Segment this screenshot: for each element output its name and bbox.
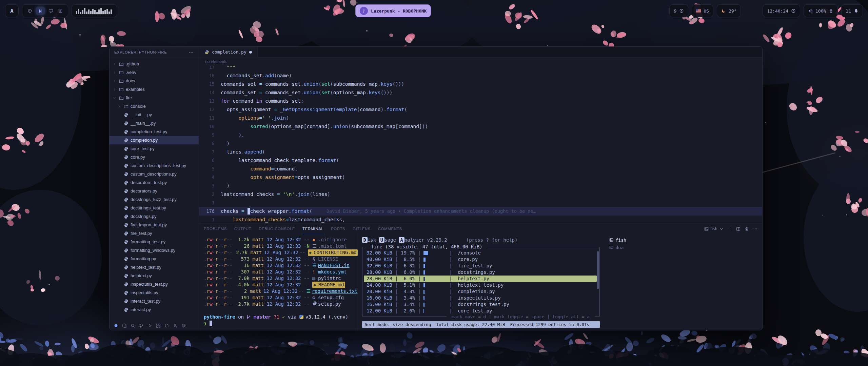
plus-icon[interactable] (728, 227, 732, 231)
file-name[interactable]: pylintrc (318, 275, 341, 282)
extensions-icon[interactable] (156, 323, 161, 328)
panel-tab-ports[interactable]: PORTS (331, 224, 345, 234)
panel-tab-debug-console[interactable]: DEBUG CONSOLE (259, 224, 295, 234)
remote-indicator[interactable] (114, 323, 118, 328)
file-name[interactable]: .gitignore (318, 237, 347, 243)
tree-item-docstrings-test-py[interactable]: docstrings_test.py (110, 204, 199, 212)
tree-item-decorators-test-py[interactable]: decorators_test.py (110, 178, 199, 187)
tree-item-core-py[interactable]: core.py (110, 153, 199, 161)
dua-entry-completion-py[interactable]: 20.00 KiB| 4.3%|| completion.py (364, 288, 597, 295)
tree-item-formatting-test-py[interactable]: formatting_test.py (110, 238, 199, 246)
separator: | (415, 308, 423, 314)
file-name[interactable]: setup.py (318, 301, 341, 307)
panel-tab-problems[interactable]: PROBLEMS (204, 224, 227, 234)
file-type-icon: ☰ (312, 262, 318, 269)
more-icon[interactable] (753, 227, 757, 231)
trash-icon[interactable] (745, 227, 749, 231)
tree-item-fire-test-py[interactable]: fire_test.py (110, 229, 199, 238)
tree-item-helptext-test-py[interactable]: helptext_test.py (110, 263, 199, 271)
dua-entry-docstrings-py[interactable]: 28.00 KiB| 6.0%|| docstrings.py (364, 269, 597, 276)
weather-pill[interactable]: 29° (717, 4, 741, 17)
split-icon[interactable] (736, 227, 741, 231)
source-control-icon[interactable] (139, 323, 144, 328)
workspace-active-badge[interactable]: N (36, 7, 45, 15)
dua-entry-console[interactable]: 92.00 KiB|19.7%|| /console (364, 250, 597, 256)
tree-item-docstrings-fuzz-test-py[interactable]: docstrings_fuzz_test.py (110, 195, 199, 204)
clock-pill[interactable]: 12:40:24 (763, 4, 800, 17)
terminal-list-item-dua[interactable]: dua (607, 244, 761, 251)
tree-item-fire-import-test-py[interactable]: fire_import_test.py (110, 221, 199, 229)
tab-completion-py[interactable]: completion.py (199, 47, 258, 57)
now-playing-pill[interactable]: ♪ Lazerpunk - ROBOPHONK (355, 4, 431, 17)
tree-item-fire[interactable]: fire (110, 94, 199, 102)
volume-pill[interactable]: 100% (804, 4, 838, 17)
tree-item-main-py[interactable]: __main__.py (110, 119, 199, 127)
debug-icon[interactable] (147, 323, 152, 328)
terminal-list-item-fish[interactable]: fish (607, 236, 761, 244)
tree-item-docs[interactable]: docs (110, 77, 199, 85)
tree-item-custom-descriptions-py[interactable]: custom_descriptions.py (110, 170, 199, 178)
dua-entry-helptext-py[interactable]: 28.00 KiB| 6.0%|| helptext.py (364, 276, 597, 282)
tree-item-init-py[interactable]: __init__.py (110, 110, 199, 119)
dua-entry-size: 20.00 KiB (364, 288, 392, 295)
prompt-input-line[interactable]: ❯ (204, 320, 358, 327)
updates-pill[interactable]: 9 (669, 4, 688, 17)
file-name[interactable]: setup.cfg (318, 294, 344, 301)
tree-item-console[interactable]: console (110, 102, 199, 110)
tree-item-interact-test-py[interactable]: interact_test.py (110, 297, 199, 305)
settings-gear-icon[interactable] (181, 323, 186, 328)
record-icon[interactable] (26, 8, 33, 13)
panel-tab-comments[interactable]: COMMENTS (378, 224, 402, 234)
tree-item-examples[interactable]: examples (110, 85, 199, 94)
dua-scrollbar[interactable] (597, 251, 599, 289)
dua-pane[interactable]: Disk Usage Analyzer v2.29.2 (press ? for… (358, 234, 603, 330)
shell-selector[interactable]: fish (704, 226, 724, 231)
file-name[interactable]: mkdocs.yml (318, 269, 347, 275)
dua-entry-helptext-test-py[interactable]: 24.00 KiB| 5.1%|| helptext_test.py (364, 282, 597, 288)
tree-item-completion-py[interactable]: completion.py (110, 136, 199, 144)
dua-entry-core-py[interactable]: 40.00 KiB| 8.5%|| core.py (364, 256, 597, 263)
tree-item-github[interactable]: .github (110, 60, 199, 68)
panel-tab-output[interactable]: OUTPUT (234, 224, 251, 234)
tree-item-completion-test-py[interactable]: completion_test.py (110, 127, 199, 136)
tree-item-helptext-py[interactable]: helptext.py (110, 271, 199, 280)
tree-item-custom-descriptions-test-py[interactable]: custom_descriptions_test.py (110, 161, 199, 170)
code-text: commands_set = commands_set.union(set(su… (221, 82, 404, 87)
launcher-button[interactable]: A (5, 4, 19, 17)
tree-item-inspectutils-py[interactable]: inspectutils.py (110, 288, 199, 297)
tree-item-docstrings-py[interactable]: docstrings.py (110, 212, 199, 221)
tree-item-core-test-py[interactable]: core_test.py (110, 144, 199, 153)
dua-entry-inspectutils-py[interactable]: 16.00 KiB| 3.4%|| inspectutils.py (364, 295, 597, 301)
file-name[interactable]: .mise.toml (318, 243, 347, 249)
dua-entry-fire-test-py[interactable]: 32.00 KiB| 6.8%|| fire_test.py (364, 263, 597, 269)
cpu-graph-widget[interactable] (72, 4, 117, 17)
file-name[interactable]: ◈README.md (312, 282, 345, 288)
tree-item-interact-py[interactable]: interact.py (110, 305, 199, 314)
tree-item-inspectutils-test-py[interactable]: inspectutils_test.py (110, 280, 199, 288)
breadcrumb[interactable]: no elements (199, 58, 762, 66)
panel-tab-gitlens[interactable]: GITLENS (353, 224, 371, 234)
panel-tab-terminal[interactable]: TERMINAL (302, 224, 323, 234)
search-icon[interactable] (131, 323, 135, 328)
tree-item-decorators-py[interactable]: decorators.py (110, 187, 199, 195)
keyboard-layout-pill[interactable]: US (692, 4, 713, 17)
account-icon[interactable] (173, 323, 178, 328)
explorer-icon[interactable] (122, 323, 127, 328)
tree-item-formatting-py[interactable]: formatting.py (110, 255, 199, 263)
terminal-pane[interactable]: .rw-r--r--1.2kmatt12 Aug 12:32--◆.gitign… (199, 234, 358, 330)
file-name[interactable]: requirements.txt (312, 288, 358, 294)
file-name[interactable]: MANIFEST.in (318, 262, 350, 269)
notes-icon[interactable] (57, 8, 64, 13)
explorer-more-actions-icon[interactable]: ⋯ (189, 49, 194, 55)
monitor-icon[interactable] (47, 8, 54, 13)
notifications-pill[interactable]: 11 (841, 4, 863, 17)
file-name[interactable]: LICENSE (318, 256, 338, 262)
sync-icon[interactable] (164, 323, 169, 328)
line-number: 5 (199, 167, 221, 171)
code-editor[interactable]: 17 """16 commands_set.add(name)15command… (199, 66, 762, 223)
tree-item-venv[interactable]: .venv (110, 68, 199, 77)
dua-entry-docstrings-test-py[interactable]: 16.00 KiB| 3.4%|| docstrings_test.py (364, 301, 597, 308)
file-name[interactable]: ◈CONTRIBUTING.md (308, 249, 358, 256)
tree-item-formatting-windows-py[interactable]: formatting_windows.py (110, 246, 199, 255)
code-line: 9 ), (199, 131, 762, 139)
